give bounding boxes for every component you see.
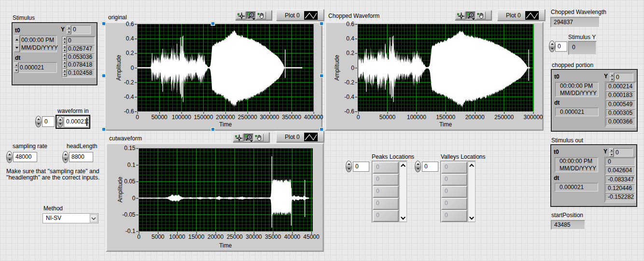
svg-text:40000: 40000 <box>284 234 301 240</box>
svg-text:300000: 300000 <box>260 114 279 121</box>
svg-text:200000: 200000 <box>216 114 235 121</box>
svg-text:0.1: 0.1 <box>127 162 136 168</box>
svg-text:0.2: 0.2 <box>126 50 134 56</box>
svg-text:Amplitude: Amplitude <box>115 55 122 81</box>
svg-text:0.05: 0.05 <box>124 178 136 185</box>
svg-text:Time: Time <box>219 121 232 128</box>
svg-text:Time: Time <box>219 242 232 249</box>
svg-text:50000: 50000 <box>379 114 396 121</box>
svg-text:-0.05: -0.05 <box>122 211 136 218</box>
svg-text:5000: 5000 <box>152 234 165 240</box>
svg-text:0: 0 <box>131 65 134 71</box>
svg-text:15000: 15000 <box>188 234 205 240</box>
svg-text:0: 0 <box>357 114 360 121</box>
svg-text:50000: 50000 <box>151 114 168 121</box>
svg-text:35000: 35000 <box>265 234 281 240</box>
svg-text:0.4: 0.4 <box>126 35 134 42</box>
svg-text:Time: Time <box>439 121 452 128</box>
svg-text:Amplitude: Amplitude <box>117 177 124 203</box>
svg-text:350000: 350000 <box>282 114 301 121</box>
svg-text:0: 0 <box>137 234 140 240</box>
svg-text:200000: 200000 <box>465 114 485 121</box>
svg-text:0.6: 0.6 <box>346 21 354 27</box>
svg-text:250000: 250000 <box>238 114 257 121</box>
svg-text:0: 0 <box>132 195 136 202</box>
svg-text:400000: 400000 <box>304 114 323 121</box>
svg-text:0.4: 0.4 <box>346 35 354 42</box>
svg-text:-0.4: -0.4 <box>344 94 354 100</box>
svg-text:-0.2: -0.2 <box>124 79 134 86</box>
svg-text:Amplitude: Amplitude <box>334 55 340 81</box>
svg-text:100000: 100000 <box>407 114 426 121</box>
svg-text:0: 0 <box>351 65 354 71</box>
svg-text:150000: 150000 <box>436 114 455 121</box>
svg-text:100000: 100000 <box>172 114 191 121</box>
svg-text:0.15: 0.15 <box>124 145 136 151</box>
svg-text:0.6: 0.6 <box>126 21 134 27</box>
svg-text:25000: 25000 <box>226 234 243 240</box>
svg-text:20000: 20000 <box>208 234 224 240</box>
svg-text:0: 0 <box>136 114 139 121</box>
svg-text:300000: 300000 <box>523 114 543 121</box>
svg-text:-0.6: -0.6 <box>344 108 354 115</box>
svg-text:0.2: 0.2 <box>346 50 354 56</box>
svg-text:30000: 30000 <box>246 234 262 240</box>
svg-text:-0.4: -0.4 <box>124 94 134 100</box>
svg-text:-0.1: -0.1 <box>126 228 136 234</box>
svg-text:10000: 10000 <box>169 234 185 240</box>
svg-text:-0.2: -0.2 <box>344 79 354 86</box>
svg-text:250000: 250000 <box>494 114 514 121</box>
svg-text:45000: 45000 <box>303 234 320 240</box>
svg-text:150000: 150000 <box>194 114 213 121</box>
svg-text:-0.6: -0.6 <box>124 108 134 115</box>
